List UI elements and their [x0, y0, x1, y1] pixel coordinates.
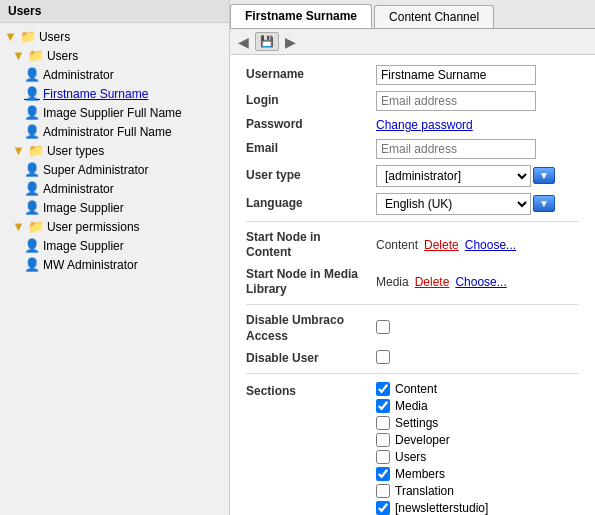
language-arrow[interactable]: ▼: [533, 195, 555, 212]
tree-item-users-root[interactable]: ▼📁Users: [0, 27, 229, 46]
section-item-sec-users: Users: [376, 450, 579, 464]
sections-row: Sections ContentMediaSettingsDeveloperUs…: [246, 373, 579, 515]
nav-back-arrow[interactable]: ◀: [236, 34, 251, 50]
tab-bar: Firstname SurnameContent Channel: [230, 0, 595, 29]
folder-icon: 📁: [28, 48, 44, 63]
tree-item-user-administrator[interactable]: 👤Administrator: [0, 65, 229, 84]
tree-item-user-admin2[interactable]: 👤Administrator: [0, 179, 229, 198]
section-item-sec-translation: Translation: [376, 484, 579, 498]
tree-item-label: User permissions: [47, 220, 140, 234]
tree-item-user-permissions[interactable]: ▼📁User permissions: [0, 217, 229, 236]
tree-item-user-image-supplier2[interactable]: 👤Image Supplier: [0, 236, 229, 255]
sec-developer-checkbox[interactable]: [376, 433, 390, 447]
email-row: Email: [246, 139, 579, 159]
user-type-arrow[interactable]: ▼: [533, 167, 555, 184]
main-panel: Firstname SurnameContent Channel ◀ 💾 ▶ U…: [230, 0, 595, 515]
sec-content-checkbox[interactable]: [376, 382, 390, 396]
tree-item-user-mw-admin[interactable]: 👤MW Administrator: [0, 255, 229, 274]
section-item-sec-developer: Developer: [376, 433, 579, 447]
language-row: Language English (UK) ▼: [246, 193, 579, 215]
start-node-content-label: Start Node in Content: [246, 230, 376, 261]
tab-firstname[interactable]: Firstname Surname: [230, 4, 372, 28]
start-node-content-row: Start Node in Content Content Delete Cho…: [246, 221, 579, 261]
email-label: Email: [246, 141, 376, 157]
sec-members-checkbox[interactable]: [376, 467, 390, 481]
tree-item-user-administrator-full[interactable]: 👤Administrator Full Name: [0, 122, 229, 141]
expand-icon: ▼: [12, 219, 25, 234]
sec-settings-label: Settings: [395, 416, 438, 430]
tree-item-user-image-supplier[interactable]: 👤Image Supplier: [0, 198, 229, 217]
password-label: Password: [246, 117, 376, 133]
tree-item-label: Administrator: [43, 68, 114, 82]
email-input[interactable]: [376, 139, 536, 159]
user-type-value: [administrator] ▼: [376, 165, 579, 187]
expand-icon: ▼: [4, 29, 17, 44]
tree-item-label: Image Supplier: [43, 239, 124, 253]
tree-item-label: MW Administrator: [43, 258, 138, 272]
nav-forward-arrow[interactable]: ▶: [283, 34, 298, 50]
content-node-delete[interactable]: Delete: [424, 238, 459, 252]
username-input[interactable]: [376, 65, 536, 85]
start-node-media-row: Start Node in Media Library Media Delete…: [246, 267, 579, 298]
tree-item-label: Users: [47, 49, 78, 63]
login-input[interactable]: [376, 91, 536, 111]
sec-translation-checkbox[interactable]: [376, 484, 390, 498]
disable-umbraco-label: Disable Umbraco Access: [246, 313, 376, 344]
sec-media-label: Media: [395, 399, 428, 413]
user-icon: 👤: [24, 257, 40, 272]
sec-newsletter-label: [newsletterstudio]: [395, 501, 488, 515]
email-value: [376, 139, 579, 159]
disable-user-checkbox[interactable]: [376, 350, 390, 364]
user-icon: 👤: [24, 124, 40, 139]
tree-item-label: Image Supplier Full Name: [43, 106, 182, 120]
change-password-link[interactable]: Change password: [376, 118, 473, 132]
sec-newsletter-checkbox[interactable]: [376, 501, 390, 515]
tree-item-label: Administrator: [43, 182, 114, 196]
section-item-sec-newsletter: [newsletterstudio]: [376, 501, 579, 515]
tab-content-channel[interactable]: Content Channel: [374, 5, 494, 28]
login-label: Login: [246, 93, 376, 109]
toolbar: ◀ 💾 ▶: [230, 29, 595, 55]
password-row: Password Change password: [246, 117, 579, 133]
start-node-content-value: Content Delete Choose...: [376, 238, 579, 252]
section-item-sec-settings: Settings: [376, 416, 579, 430]
tree-item-users-group[interactable]: ▼📁Users: [0, 46, 229, 65]
tree-item-user-image-supplier-full[interactable]: 👤Image Supplier Full Name: [0, 103, 229, 122]
expand-icon: ▼: [12, 143, 25, 158]
user-icon: 👤: [24, 105, 40, 120]
media-node-delete[interactable]: Delete: [415, 275, 450, 289]
tree-item-user-types[interactable]: ▼📁User types: [0, 141, 229, 160]
content-node-choose[interactable]: Choose...: [465, 238, 516, 252]
sec-users-label: Users: [395, 450, 426, 464]
login-value: [376, 91, 579, 111]
sections-list: ContentMediaSettingsDeveloperUsersMember…: [376, 382, 579, 515]
section-item-sec-media: Media: [376, 399, 579, 413]
folder-icon: 📁: [28, 143, 44, 158]
folder-icon: 📁: [20, 29, 36, 44]
tree-item-label: User types: [47, 144, 104, 158]
user-type-select[interactable]: [administrator]: [376, 165, 531, 187]
start-node-media-label: Start Node in Media Library: [246, 267, 376, 298]
disable-umbraco-checkbox[interactable]: [376, 320, 390, 334]
section-item-sec-content: Content: [376, 382, 579, 396]
disable-umbraco-row: Disable Umbraco Access: [246, 304, 579, 344]
sec-settings-checkbox[interactable]: [376, 416, 390, 430]
sec-users-checkbox[interactable]: [376, 450, 390, 464]
sidebar: Users ▼📁Users▼📁Users👤Administrator👤First…: [0, 0, 230, 515]
tree-item-user-firstname-surname[interactable]: 👤Firstname Surname: [0, 84, 229, 103]
start-node-media-value: Media Delete Choose...: [376, 275, 579, 289]
tree-item-label: Users: [39, 30, 70, 44]
folder-icon: 📁: [28, 219, 44, 234]
save-icon: 💾: [260, 35, 274, 47]
tree-item-user-super-admin[interactable]: 👤Super Administrator: [0, 160, 229, 179]
sec-developer-label: Developer: [395, 433, 450, 447]
login-row: Login: [246, 91, 579, 111]
media-node-choose[interactable]: Choose...: [455, 275, 506, 289]
form-area: Username Login Password Change password …: [230, 55, 595, 515]
sec-members-label: Members: [395, 467, 445, 481]
save-button[interactable]: 💾: [255, 32, 279, 51]
language-select[interactable]: English (UK): [376, 193, 531, 215]
sec-media-checkbox[interactable]: [376, 399, 390, 413]
disable-user-value: [376, 350, 579, 367]
user-type-label: User type: [246, 168, 376, 184]
